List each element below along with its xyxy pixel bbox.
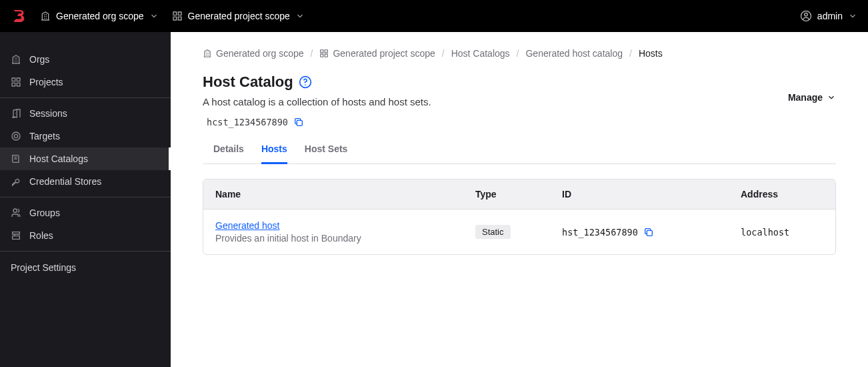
org-icon: [40, 11, 51, 21]
project-settings-link[interactable]: Project Settings: [11, 262, 76, 273]
manage-label: Manage: [788, 92, 823, 103]
tabs: DetailsHostsHost Sets: [203, 137, 836, 164]
host-id: hst_1234567890: [562, 227, 638, 238]
manage-button[interactable]: Manage: [788, 92, 836, 103]
table-header: Name Type ID Address: [203, 179, 835, 209]
breadcrumb-item[interactable]: Generated org scope: [203, 48, 304, 59]
breadcrumb-item[interactable]: Generated host catalog: [525, 48, 623, 59]
key-icon: [11, 176, 21, 187]
org-icon: [11, 54, 21, 65]
sidebar-item-label: Host Catalogs: [29, 153, 88, 164]
copy-icon[interactable]: [293, 117, 304, 127]
sidebar-item-groups[interactable]: Groups: [0, 202, 171, 224]
chevron-down-icon: [149, 11, 159, 21]
sidebar-item-label: Roles: [29, 230, 53, 241]
col-address: Address: [741, 189, 823, 200]
host-name-link[interactable]: Generated host: [215, 220, 280, 231]
user-icon: [800, 10, 812, 22]
breadcrumb-separator: /: [517, 48, 519, 59]
sidebar-item-label: Credential Stores: [29, 176, 101, 187]
top-header: Generated org scope Generated project sc…: [0, 0, 868, 32]
sidebar-item-label: Sessions: [29, 108, 67, 119]
col-type: Type: [475, 189, 562, 200]
copy-icon[interactable]: [643, 227, 654, 238]
tab-hosts[interactable]: Hosts: [261, 137, 287, 164]
breadcrumb-item: Hosts: [639, 48, 663, 59]
project-scope-label: Generated project scope: [188, 11, 290, 21]
sidebar-item-credential-stores[interactable]: Credential Stores: [0, 170, 171, 193]
breadcrumb-separator: /: [311, 48, 313, 59]
org-icon: [203, 49, 212, 58]
tab-host-sets[interactable]: Host Sets: [305, 137, 348, 164]
breadcrumb-label: Hosts: [639, 48, 663, 59]
table-row: Generated host Provides an initial host …: [203, 209, 835, 254]
breadcrumb-label: Generated org scope: [216, 48, 304, 59]
project-scope-selector[interactable]: Generated project scope: [172, 11, 305, 21]
door-icon: [11, 108, 21, 119]
help-icon[interactable]: [299, 75, 312, 89]
sidebar: OrgsProjectsSessionsTargetsHost Catalogs…: [0, 32, 171, 367]
target-icon: [11, 131, 21, 141]
chevron-down-icon: [848, 11, 857, 21]
org-scope-label: Generated org scope: [56, 11, 144, 21]
sidebar-item-targets[interactable]: Targets: [0, 125, 171, 147]
role-icon: [11, 230, 21, 241]
breadcrumb-item[interactable]: Host Catalogs: [451, 48, 510, 59]
user-menu[interactable]: admin: [800, 10, 857, 22]
sidebar-item-label: Orgs: [29, 54, 49, 65]
col-name: Name: [215, 189, 475, 200]
chevron-down-icon: [295, 11, 305, 21]
hosts-table: Name Type ID Address Generated host Prov…: [203, 179, 836, 255]
logo-icon: [11, 8, 27, 24]
catalog-icon: [11, 153, 21, 164]
host-address: localhost: [741, 227, 789, 238]
main-content: Generated org scope/Generated project sc…: [171, 32, 868, 367]
tab-details[interactable]: Details: [213, 137, 244, 164]
sidebar-item-sessions[interactable]: Sessions: [0, 102, 171, 125]
breadcrumb-label: Host Catalogs: [451, 48, 510, 59]
host-description: Provides an initial host in Boundary: [215, 233, 475, 244]
user-label: admin: [817, 11, 843, 21]
breadcrumb-item[interactable]: Generated project scope: [319, 48, 435, 59]
org-scope-selector[interactable]: Generated org scope: [40, 11, 159, 21]
grid-icon: [11, 77, 21, 87]
page-title: Host Catalog: [203, 73, 293, 91]
sidebar-item-roles[interactable]: Roles: [0, 224, 171, 247]
chevron-down-icon: [827, 93, 836, 102]
sidebar-item-projects[interactable]: Projects: [0, 71, 171, 93]
type-badge: Static: [475, 225, 511, 239]
sidebar-item-label: Groups: [29, 208, 60, 218]
sidebar-item-orgs[interactable]: Orgs: [0, 48, 171, 71]
grid-icon: [172, 11, 183, 21]
users-icon: [11, 208, 21, 218]
grid-icon: [319, 49, 329, 58]
sidebar-item-label: Targets: [29, 131, 60, 141]
resource-id-row: hcst_1234567890: [203, 117, 836, 127]
breadcrumb-label: Generated project scope: [333, 48, 435, 59]
breadcrumb-separator: /: [442, 48, 445, 59]
resource-id: hcst_1234567890: [207, 117, 288, 127]
sidebar-item-host-catalogs[interactable]: Host Catalogs: [0, 147, 171, 170]
sidebar-item-label: Projects: [29, 77, 63, 87]
page-description: A host catalog is a collection of hosts …: [203, 96, 431, 107]
breadcrumb-label: Generated host catalog: [525, 48, 623, 59]
col-id: ID: [562, 189, 741, 200]
breadcrumb: Generated org scope/Generated project sc…: [203, 48, 836, 59]
breadcrumb-separator: /: [629, 48, 632, 59]
